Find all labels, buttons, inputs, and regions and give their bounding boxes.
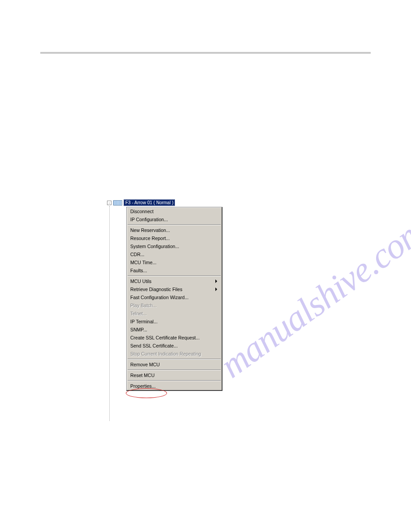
watermark-text: manualshive.com [213,210,411,386]
menu-item-label: System Configuration... [130,244,179,249]
menu-item-label: Properties... [130,383,156,389]
menu-item-remove-mcu[interactable]: Remove MCU [127,360,222,369]
mcu-icon [113,200,122,206]
menu-item-label: CDR... [130,252,145,257]
menu-item-label: Fast Configuration Wizard... [130,295,188,300]
screenshot-region: - F3 - Arrow 01 ( Normal ) Disconnect IP… [107,199,223,206]
menu-item-label: Disconnect [130,209,154,214]
menu-item-faults[interactable]: Faults... [127,266,222,275]
tree-collapse-icon[interactable]: - [107,201,111,205]
menu-item-label: Retrieve Diagnostic Files [130,287,182,292]
tree-node-row[interactable]: - F3 - Arrow 01 ( Normal ) [107,199,223,206]
menu-item-label: IP Configuration... [130,217,168,222]
menu-item-disconnect[interactable]: Disconnect [127,207,222,215]
tree-node-label[interactable]: F3 - Arrow 01 ( Normal ) [124,199,175,206]
menu-separator [128,369,221,370]
menu-item-label: Play Batch... [130,303,157,308]
menu-item-fast-configuration-wizard[interactable]: Fast Configuration Wizard... [127,293,222,301]
menu-item-snmp[interactable]: SNMP... [127,326,222,334]
menu-item-label: IP Terminal... [130,319,158,324]
page-divider [40,52,371,54]
menu-separator [128,275,221,276]
menu-item-label: MCU Utils [130,279,151,284]
menu-item-play-batch: Play Batch... [127,301,222,309]
menu-item-properties[interactable]: Properties... [127,382,222,390]
menu-item-ip-terminal[interactable]: IP Terminal... [127,317,222,326]
menu-item-ip-configuration[interactable]: IP Configuration... [127,215,222,223]
menu-item-cdr[interactable]: CDR... [127,250,222,258]
menu-item-retrieve-diagnostic-files[interactable]: Retrieve Diagnostic Files [127,285,222,293]
menu-item-label: Create SSL Certificate Request... [130,335,200,340]
menu-item-label: Send SSL Certificate... [130,343,178,348]
menu-item-stop-current-indication-repeating: Stop Current Indication Repeating [127,350,222,358]
menu-item-label: Remove MCU [130,362,160,367]
tree-connector-line [109,206,110,421]
menu-item-label: Faults... [130,268,147,273]
menu-item-mcu-time[interactable]: MCU Time... [127,258,222,266]
menu-item-create-ssl-certificate-request[interactable]: Create SSL Certificate Request... [127,334,222,342]
menu-item-system-configuration[interactable]: System Configuration... [127,242,222,250]
menu-item-label: Reset MCU [130,373,154,378]
menu-item-resource-report[interactable]: Resource Report... [127,234,222,242]
menu-item-mcu-utils[interactable]: MCU Utils [127,277,222,285]
menu-item-send-ssl-certificate[interactable]: Send SSL Certificate... [127,342,222,350]
menu-item-label: New Reservation... [130,227,170,233]
menu-item-label: SNMP... [130,327,147,332]
menu-item-new-reservation[interactable]: New Reservation... [127,226,222,234]
chevron-right-icon [215,287,217,291]
menu-item-label: Telnet... [130,311,147,316]
context-menu: Disconnect IP Configuration... New Reser… [126,207,223,391]
menu-item-label: Resource Report... [130,236,170,241]
menu-item-reset-mcu[interactable]: Reset MCU [127,371,222,379]
menu-item-label: Stop Current Indication Repeating [130,351,201,356]
menu-separator [128,380,221,381]
menu-separator [128,359,221,360]
menu-item-telnet: Telnet... [127,309,222,317]
menu-separator [128,224,221,225]
chevron-right-icon [215,279,217,283]
menu-item-label: MCU Time... [130,260,156,265]
